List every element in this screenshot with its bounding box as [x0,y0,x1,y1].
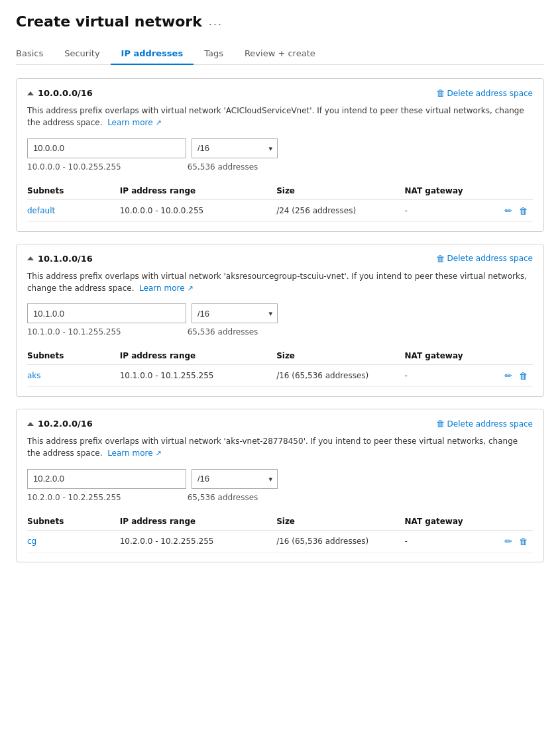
address-card-0: 10.0.0.0/16 🗑 Delete address space This … [16,78,544,232]
collapse-icon[interactable] [27,91,34,95]
card-header-2: 10.2.0.0/16 🗑 Delete address space [27,419,533,429]
subnet-size: /24 (256 addresses) [276,199,404,221]
overlap-warning: This address prefix overlaps with virtua… [27,105,533,129]
subnet-ip-range: 10.2.0.0 - 10.2.255.255 [120,530,276,552]
subnet-name-link[interactable]: default [27,199,120,221]
collapse-icon[interactable] [27,256,34,260]
ip-input-row: /16 /8/12/14/15 /17/18/19/20 /21/22/23/2… [27,138,533,158]
address-space-cidr: 10.2.0.0/16 [38,419,93,429]
table-header-row: Subnets IP address range Size NAT gatewa… [27,347,533,365]
collapse-icon[interactable] [27,422,34,426]
subnet-size: /16 (65,536 addresses) [276,530,404,552]
delete-subnet-icon[interactable] [519,370,528,381]
subnet-nat: - [405,530,490,552]
address-space-cidr: 10.0.0.0/16 [38,88,93,98]
card-header-0: 10.0.0.0/16 🗑 Delete address space [27,88,533,98]
ip-address-input[interactable] [27,303,186,323]
subnets-table: Subnets IP address range Size NAT gatewa… [27,182,533,222]
range-info-row: 10.0.0.0 - 10.0.255.255 65,536 addresses [27,162,533,172]
address-count-display: 65,536 addresses [188,493,258,502]
col-header-ip-range: IP address range [120,513,276,531]
tab-tags[interactable]: Tags [194,43,234,65]
col-header-size: Size [276,347,404,365]
address-card-1: 10.1.0.0/16 🗑 Delete address space This … [16,244,544,397]
tab-security[interactable]: Security [54,43,110,65]
address-space-cidr: 10.1.0.0/16 [38,254,93,264]
col-header-ip-range: IP address range [120,182,276,200]
delete-address-space-label: Delete address space [447,254,533,263]
delete-subnet-icon[interactable] [519,205,528,216]
page-header: Create virtual network ... [16,13,544,30]
learn-more-link[interactable]: Learn more ↗ [139,284,193,293]
ip-input-row: /16 /8/12/14/15 /17/18/19/20 /21/22/23/2… [27,303,533,323]
card-header-1: 10.1.0.0/16 🗑 Delete address space [27,254,533,264]
col-header-subnets: Subnets [27,347,120,365]
subnet-actions [490,199,533,221]
col-header-subnets: Subnets [27,513,120,531]
subnets-table: Subnets IP address range Size NAT gatewa… [27,347,533,387]
table-header-row: Subnets IP address range Size NAT gatewa… [27,182,533,200]
learn-more-link[interactable]: Learn more ↗ [107,118,161,127]
edit-subnet-icon[interactable] [504,536,512,547]
overlap-warning: This address prefix overlaps with virtua… [27,435,533,460]
address-spaces-container: 10.0.0.0/16 🗑 Delete address space This … [16,78,544,562]
subnet-actions [490,530,533,552]
subnet-ip-range: 10.0.0.0 - 10.0.0.255 [120,199,276,221]
subnet-name-link[interactable]: aks [27,365,120,387]
prefix-select-wrap: /16 /8/12/14/15 /17/18/19/20 /21/22/23/2… [192,469,278,489]
address-card-2: 10.2.0.0/16 🗑 Delete address space This … [16,409,544,562]
delete-address-space-link[interactable]: 🗑 Delete address space [436,88,533,98]
col-header-nat: NAT gateway [405,347,490,365]
prefix-select[interactable]: /16 /8/12/14/15 /17/18/19/20 /21/22/23/2… [192,303,278,323]
delete-address-space-link[interactable]: 🗑 Delete address space [436,254,533,264]
external-link-icon: ↗ [187,284,193,293]
subnet-actions [490,365,533,387]
prefix-select[interactable]: /16 /8/12/14/15 /17/18/19/20 /21/22/23/2… [192,469,278,489]
delete-icon: 🗑 [436,419,445,429]
learn-more-link[interactable]: Learn more ↗ [107,448,161,458]
col-header-subnets: Subnets [27,182,120,200]
subnet-name-link[interactable]: cg [27,530,120,552]
subnet-size: /16 (65,536 addresses) [276,365,404,387]
tab-bar: Basics Security IP addresses Tags Review… [16,43,544,65]
col-header-ip-range: IP address range [120,347,276,365]
address-space-title: 10.1.0.0/16 [27,254,93,264]
subnet-nat: - [405,365,490,387]
col-header-actions [490,182,533,200]
ip-range-display: 10.1.0.0 - 10.1.255.255 [27,327,121,337]
warning-message: This address prefix overlaps with virtua… [27,437,518,458]
ip-range-display: 10.2.0.0 - 10.2.255.255 [27,493,121,502]
delete-address-space-label: Delete address space [447,89,533,98]
ip-input-row: /16 /8/12/14/15 /17/18/19/20 /21/22/23/2… [27,469,533,489]
range-info-row: 10.1.0.0 - 10.1.255.255 65,536 addresses [27,327,533,337]
address-space-title: 10.2.0.0/16 [27,419,93,429]
prefix-select[interactable]: /16 /8/12/14/15 /17/18/19/20 /21/22/23/2… [192,138,278,158]
warning-message: This address prefix overlaps with virtua… [27,272,527,293]
delete-address-space-label: Delete address space [447,419,533,429]
ip-range-display: 10.0.0.0 - 10.0.255.255 [27,162,121,172]
edit-subnet-icon[interactable] [504,205,512,216]
address-space-title: 10.0.0.0/16 [27,88,93,98]
edit-subnet-icon[interactable] [504,370,512,381]
col-header-nat: NAT gateway [405,182,490,200]
address-count-display: 65,536 addresses [188,327,258,337]
delete-icon: 🗑 [436,254,445,264]
range-info-row: 10.2.0.0 - 10.2.255.255 65,536 addresses [27,493,533,502]
external-link-icon: ↗ [155,449,161,458]
table-header-row: Subnets IP address range Size NAT gatewa… [27,513,533,531]
subnet-ip-range: 10.1.0.0 - 10.1.255.255 [120,365,276,387]
delete-subnet-icon[interactable] [519,536,528,547]
page-title-ellipsis: ... [209,15,223,28]
prefix-select-wrap: /16 /8/12/14/15 /17/18/19/20 /21/22/23/2… [192,303,278,323]
tab-ip-addresses[interactable]: IP addresses [111,43,194,65]
ip-address-input[interactable] [27,138,186,158]
table-row: cg 10.2.0.0 - 10.2.255.255 /16 (65,536 a… [27,530,533,552]
overlap-warning: This address prefix overlaps with virtua… [27,270,533,295]
table-row: default 10.0.0.0 - 10.0.0.255 /24 (256 a… [27,199,533,221]
ip-address-input[interactable] [27,469,186,489]
delete-address-space-link[interactable]: 🗑 Delete address space [436,419,533,429]
tab-basics[interactable]: Basics [16,43,54,65]
tab-review-create[interactable]: Review + create [234,43,326,65]
warning-message: This address prefix overlaps with virtua… [27,106,524,127]
page-title: Create virtual network [16,13,202,30]
